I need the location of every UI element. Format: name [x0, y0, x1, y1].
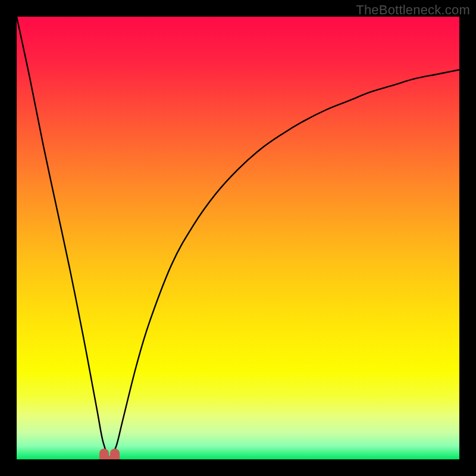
bottleneck-curve: [17, 17, 459, 459]
watermark-text: TheBottleneck.com: [356, 2, 470, 18]
minimum-marker: [99, 445, 120, 459]
chart-frame: TheBottleneck.com: [0, 0, 476, 476]
plot-area: [17, 17, 459, 459]
marker-bridge: [103, 456, 116, 459]
